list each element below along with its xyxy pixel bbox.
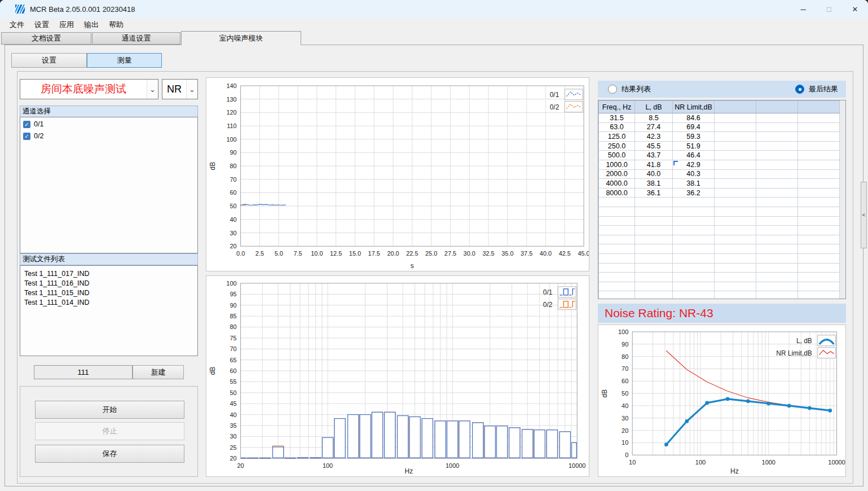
file-item[interactable]: Test 1_111_014_IND — [20, 298, 197, 308]
column-header[interactable]: Freq., Hz — [599, 101, 635, 113]
column-header[interactable]: NR Limit,dB — [673, 101, 715, 113]
table-cell — [635, 273, 673, 282]
table-cell — [635, 235, 673, 244]
table-cell — [715, 207, 756, 216]
table-cell — [798, 244, 840, 254]
table-cell — [673, 282, 715, 291]
table-cell — [798, 113, 840, 123]
subtab-settings[interactable]: 设置 — [11, 53, 87, 68]
table-row — [599, 282, 840, 291]
subtab-measure[interactable]: 测量 — [87, 53, 162, 68]
svg-text:140: 140 — [226, 82, 236, 89]
table-cell — [635, 282, 673, 291]
svg-text:35.0: 35.0 — [501, 250, 513, 257]
svg-text:37.5: 37.5 — [521, 250, 532, 257]
save-button[interactable]: 保存 — [35, 445, 184, 463]
svg-text:0/1: 0/1 — [543, 288, 553, 296]
spectrum-chart: 2025303540455055606570758085909510020100… — [206, 275, 589, 477]
svg-text:10000: 10000 — [569, 462, 585, 469]
column-header[interactable] — [715, 101, 756, 113]
table-cell — [715, 151, 756, 160]
channel-list[interactable]: ✓ 0/1 ✓ 0/2 — [20, 117, 198, 253]
menu-application[interactable]: 应用 — [56, 20, 77, 30]
svg-text:30.0: 30.0 — [464, 250, 475, 257]
table-cell — [798, 235, 840, 244]
svg-text:Hz: Hz — [730, 467, 739, 475]
table-cell — [635, 198, 673, 207]
svg-text:40: 40 — [230, 411, 236, 418]
chevron-down-icon[interactable]: ⌄ — [186, 80, 197, 99]
tab-document-settings[interactable]: 文档设置 — [1, 32, 91, 45]
svg-text:70: 70 — [230, 345, 236, 352]
table-cell: 51.9 — [673, 141, 715, 151]
close-button[interactable]: ✕ — [842, 0, 868, 18]
svg-text:10: 10 — [629, 459, 636, 466]
panel-collapse-handle[interactable]: < — [861, 182, 867, 248]
maximize-button[interactable]: □ — [816, 0, 842, 18]
minimize-button[interactable]: ─ — [790, 0, 816, 18]
table-cell — [673, 216, 715, 226]
svg-text:50: 50 — [622, 390, 628, 397]
column-header[interactable] — [798, 101, 840, 113]
checkbox-checked-icon[interactable]: ✓ — [23, 133, 30, 140]
test-file-list[interactable]: Test 1_111_017_IND Test 1_111_016_IND Te… — [20, 265, 198, 356]
chevron-down-icon[interactable]: ⌄ — [147, 80, 158, 99]
file-name-input[interactable]: 111 — [34, 365, 133, 379]
channel-item[interactable]: ✓ 0/2 — [23, 131, 197, 141]
table-cell — [715, 226, 756, 235]
checkbox-checked-icon[interactable]: ✓ — [23, 121, 30, 128]
tab-indoor-noise-module[interactable]: 室内噪声模块 — [181, 31, 301, 45]
test-files-header: 测试文件列表 — [20, 253, 198, 265]
table-cell — [715, 273, 756, 282]
table-row: 500.043.746.4 — [599, 151, 840, 160]
svg-text:100: 100 — [323, 462, 333, 469]
file-item[interactable]: Test 1_111_015_IND — [20, 288, 197, 298]
table-cell: 8000.0 — [599, 188, 635, 198]
menu-help[interactable]: 帮助 — [105, 20, 127, 30]
tab-channel-settings[interactable]: 通道设置 — [92, 32, 180, 45]
table-cell — [673, 244, 715, 254]
table-cell: 43.7 — [635, 151, 673, 160]
channel-item[interactable]: ✓ 0/1 — [23, 119, 197, 129]
table-cell — [715, 113, 756, 123]
table-cell — [599, 273, 635, 282]
stop-button[interactable]: 停止 — [35, 422, 184, 440]
table-cell — [715, 188, 756, 198]
svg-text:25.0: 25.0 — [425, 250, 437, 257]
table-cell — [756, 198, 798, 207]
table-cell: 36.2 — [673, 188, 715, 198]
table-row: 8000.036.136.2 — [599, 188, 840, 198]
results-table[interactable]: Freq., HzL, dBNR Limit,dB31.58.584.663.0… — [598, 100, 846, 299]
svg-text:10: 10 — [622, 439, 628, 446]
table-cell — [798, 273, 840, 282]
time-chart: 20304050607080901001101201301400.02.55.0… — [206, 77, 589, 271]
column-header[interactable] — [756, 101, 798, 113]
table-cell — [756, 169, 798, 179]
test-type-combobox[interactable]: 房间本底噪声测试 ⌄ — [20, 79, 158, 99]
rating-value: NR — [162, 80, 186, 99]
svg-text:dB: dB — [209, 367, 217, 375]
table-row — [599, 253, 840, 263]
svg-text:100: 100 — [226, 280, 236, 287]
radio-results-list[interactable] — [608, 85, 617, 94]
menu-file[interactable]: 文件 — [6, 20, 28, 30]
table-cell — [756, 151, 798, 160]
result-mode-strip: 结果列表 最后结果 — [598, 81, 846, 98]
menu-output[interactable]: 输出 — [81, 20, 102, 30]
table-cell — [715, 282, 756, 291]
new-button[interactable]: 新建 — [133, 365, 184, 379]
file-item[interactable]: Test 1_111_016_IND — [20, 279, 197, 288]
svg-text:85: 85 — [230, 313, 236, 319]
menu-settings[interactable]: 设置 — [31, 20, 52, 30]
table-row: 63.027.469.4 — [599, 122, 840, 132]
file-item[interactable]: Test 1_111_017_IND — [20, 269, 197, 279]
rating-combobox[interactable]: NR ⌄ — [162, 79, 198, 99]
table-cell — [798, 291, 840, 299]
column-header[interactable]: L, dB — [635, 101, 673, 113]
svg-text:70: 70 — [230, 176, 237, 183]
noise-rating-banner: Noise Rating: NR-43 — [598, 304, 846, 323]
svg-text:60: 60 — [230, 367, 236, 374]
radio-last-result[interactable] — [795, 85, 804, 94]
table-cell — [635, 216, 673, 226]
start-button[interactable]: 开始 — [35, 401, 184, 419]
